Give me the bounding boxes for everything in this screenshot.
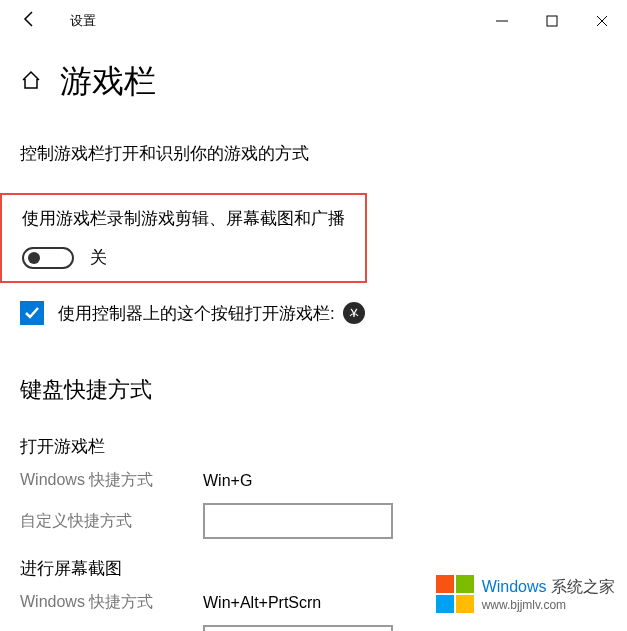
controller-checkbox[interactable] <box>20 301 44 325</box>
controller-checkbox-row: 使用控制器上的这个按钮打开游戏栏: <box>20 301 607 325</box>
maximize-button[interactable] <box>527 0 577 42</box>
xbox-icon <box>343 302 365 324</box>
toggle-handle <box>28 252 40 264</box>
toggle-row: 关 <box>22 246 357 269</box>
shortcut-custom-input-0[interactable] <box>203 503 393 539</box>
home-icon[interactable] <box>20 69 42 95</box>
svg-rect-1 <box>547 16 557 26</box>
logo-sq <box>436 595 454 613</box>
logo-sq <box>456 595 474 613</box>
shortcut-custom-label: 自定义快捷方式 <box>20 511 203 532</box>
content: 游戏栏 控制游戏栏打开和识别你的游戏的方式 使用游戏栏录制游戏剪辑、屏幕截图和广… <box>0 42 627 631</box>
titlebar: 设置 <box>0 0 627 42</box>
close-button[interactable] <box>577 0 627 42</box>
app-title: 设置 <box>70 12 96 30</box>
shortcut-custom-input-1[interactable] <box>203 625 393 631</box>
logo-sq <box>436 575 454 593</box>
window-controls <box>477 0 627 42</box>
shortcut-predefined-label: Windows 快捷方式 <box>20 592 203 613</box>
highlight-box: 使用游戏栏录制游戏剪辑、屏幕截图和广播 关 <box>0 193 367 283</box>
back-icon[interactable] <box>20 10 38 32</box>
watermark-tagline: 系统之家 <box>551 578 615 595</box>
main-toggle-label: 使用游戏栏录制游戏剪辑、屏幕截图和广播 <box>22 207 357 230</box>
watermark: Windows 系统之家 www.bjjmlv.com <box>436 575 615 613</box>
shortcut-row-0-predefined: Windows 快捷方式 Win+G <box>20 470 607 491</box>
watermark-url: www.bjjmlv.com <box>482 598 615 612</box>
watermark-brand: Windows 系统之家 <box>482 577 615 598</box>
windows-logo-icon <box>436 575 474 613</box>
page-header: 游戏栏 <box>20 60 607 104</box>
titlebar-left: 设置 <box>20 10 477 32</box>
shortcuts-section-title: 键盘快捷方式 <box>20 375 607 405</box>
page-description: 控制游戏栏打开和识别你的游戏的方式 <box>20 142 607 165</box>
shortcut-predefined-value: Win+Alt+PrtScrn <box>203 594 321 612</box>
controller-checkbox-label: 使用控制器上的这个按钮打开游戏栏: <box>58 302 365 325</box>
shortcut-group-0-title: 打开游戏栏 <box>20 435 607 458</box>
watermark-brand-name: Windows <box>482 578 547 595</box>
shortcut-row-0-custom: 自定义快捷方式 <box>20 503 607 539</box>
shortcut-predefined-label: Windows 快捷方式 <box>20 470 203 491</box>
shortcut-predefined-value: Win+G <box>203 472 252 490</box>
controller-checkbox-text: 使用控制器上的这个按钮打开游戏栏: <box>58 302 335 325</box>
toggle-state: 关 <box>90 246 107 269</box>
game-bar-toggle[interactable] <box>22 247 74 269</box>
watermark-text: Windows 系统之家 www.bjjmlv.com <box>482 577 615 612</box>
minimize-button[interactable] <box>477 0 527 42</box>
page-title: 游戏栏 <box>60 60 156 104</box>
logo-sq <box>456 575 474 593</box>
shortcut-row-1-custom: 自定义快捷方式 <box>20 625 607 631</box>
